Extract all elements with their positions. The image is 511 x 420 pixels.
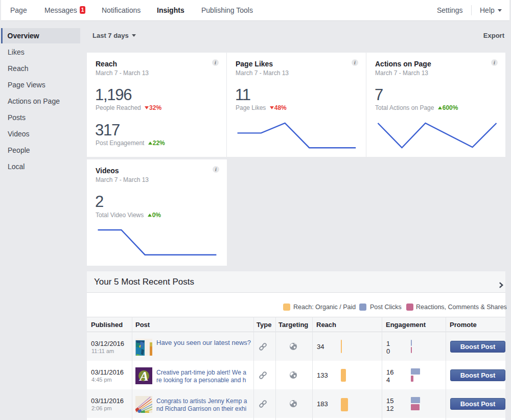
svg-text:A: A [138,369,148,384]
